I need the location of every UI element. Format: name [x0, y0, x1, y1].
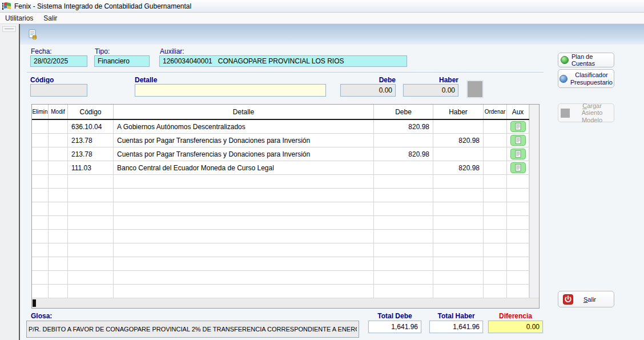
aux-button[interactable] — [510, 121, 526, 132]
haber-cell — [433, 230, 484, 243]
total-haber-label: Total Haber — [429, 312, 483, 320]
menu-item-utilitarios[interactable]: Utilitarios — [0, 13, 38, 23]
header-debe: Debe — [374, 105, 433, 119]
ordenar-cell — [484, 134, 507, 147]
haber-cell: 820.98 — [433, 134, 484, 147]
ordenar-cell — [484, 175, 507, 188]
haber-cell — [433, 257, 484, 270]
table-row — [32, 189, 529, 202]
haber-cell — [433, 175, 484, 188]
codigo-field[interactable] — [30, 84, 87, 97]
ordenar-cell — [484, 285, 507, 298]
debe-cell — [374, 161, 433, 174]
ordenar-cell — [484, 257, 507, 270]
debe-cell — [374, 243, 433, 257]
haber-label: Haber — [403, 76, 458, 84]
modif-cell — [49, 271, 68, 284]
title-bar: Fenix - Sistema Integrado de Contabilida… — [0, 0, 644, 13]
haber-cell — [433, 189, 484, 202]
cargar-asiento-label: Cargar Asiento Modelo — [573, 102, 611, 124]
haber-cell — [433, 216, 484, 229]
detalle-cell: A Gobiernos Autónomos Descentralizados — [114, 120, 374, 133]
detalle-cell — [114, 202, 374, 215]
ordenar-cell — [484, 230, 507, 243]
aux-button[interactable] — [510, 149, 526, 159]
codigo-cell — [68, 285, 114, 298]
detalle-cell — [114, 271, 374, 284]
codigo-cell — [68, 175, 114, 188]
header-ordenar: Ordenar — [484, 105, 507, 119]
debe-cell — [374, 175, 433, 188]
aux-button[interactable] — [510, 162, 526, 173]
document-icon — [515, 150, 521, 158]
fecha-field[interactable] — [30, 55, 87, 67]
table-row[interactable]: 636.10.04 A Gobiernos Autónomos Descentr… — [32, 120, 529, 134]
elimin-cell — [32, 147, 49, 161]
aux-cell — [507, 175, 529, 188]
debe-label: Debe — [340, 76, 396, 84]
table-row — [32, 243, 529, 257]
detalle-label: Detalle — [135, 76, 157, 84]
table-row — [32, 230, 529, 243]
salir-button[interactable]: Salir — [558, 291, 614, 307]
auxiliar-field[interactable] — [159, 55, 407, 67]
table-row[interactable]: 111.03 Banco Central del Ecuador Moneda … — [32, 161, 529, 175]
form-area: Fecha: Tipo: Auxiliar: Código Detalle De… — [20, 45, 644, 340]
window-title: Fenix - Sistema Integrado de Contabilida… — [14, 2, 191, 10]
clasificador-presupuestario-button[interactable]: Clasificador Presupuestario — [558, 69, 614, 88]
table-vertical-scrollbar[interactable] — [529, 105, 539, 298]
aux-button[interactable] — [510, 135, 526, 146]
elimin-cell — [32, 257, 49, 270]
haber-cell: 820.98 — [433, 161, 484, 174]
debe-cell — [374, 257, 433, 270]
plan-de-cuentas-button[interactable]: Plan de Cuentas — [558, 53, 614, 67]
table-row — [32, 175, 529, 189]
glosa-field[interactable] — [26, 321, 359, 338]
left-panel — [0, 24, 20, 340]
codigo-cell: 636.10.04 — [68, 120, 114, 133]
haber-cell — [433, 243, 484, 257]
panel-splitter-grip[interactable] — [2, 26, 16, 32]
horizontal-scrollbar-thumb[interactable] — [33, 299, 36, 307]
header-haber: Haber — [433, 105, 484, 119]
modif-cell — [49, 202, 68, 215]
modif-cell — [49, 285, 68, 298]
table-horizontal-scrollbar[interactable] — [32, 298, 539, 308]
ordenar-cell — [484, 202, 507, 215]
aux-cell — [507, 230, 529, 243]
table-body: 636.10.04 A Gobiernos Autónomos Descentr… — [32, 120, 529, 298]
tipo-label: Tipo: — [95, 47, 110, 55]
haber-field[interactable] — [403, 84, 458, 97]
debe-cell — [374, 189, 433, 202]
elimin-cell — [32, 175, 49, 188]
tipo-field[interactable] — [94, 55, 150, 67]
detalle-field[interactable] — [135, 84, 326, 97]
entries-table: Elimin Modif Código Detalle Debe Haber O… — [31, 104, 540, 309]
table-header-row: Elimin Modif Código Detalle Debe Haber O… — [32, 105, 529, 120]
table-row[interactable]: 213.78 Cuentas por Pagar Transferencias … — [32, 134, 529, 147]
table-row — [32, 202, 529, 216]
codigo-cell — [68, 189, 114, 202]
codigo-label: Código — [30, 76, 54, 84]
debe-cell — [374, 285, 433, 298]
workspace: Fecha: Tipo: Auxiliar: Código Detalle De… — [0, 24, 644, 340]
haber-cell — [433, 120, 484, 133]
windows-logo-icon — [2, 2, 11, 10]
menu-item-salir[interactable]: Salir — [38, 13, 62, 23]
codigo-cell: 111.03 — [68, 161, 114, 174]
codigo-cell — [68, 271, 114, 284]
debe-field[interactable] — [340, 84, 396, 97]
elimin-cell — [32, 243, 49, 257]
cargar-asiento-modelo-button: Cargar Asiento Modelo — [558, 103, 614, 122]
window-toolbar — [20, 24, 644, 45]
report-document-coins-icon[interactable] — [26, 27, 39, 41]
table-row[interactable]: 213.78 Cuentas por Pagar Transferencias … — [32, 147, 529, 161]
aux-cell — [507, 202, 529, 215]
debe-cell — [374, 134, 433, 147]
header-aux: Aux — [507, 105, 529, 119]
debe-cell: 820.98 — [374, 120, 433, 133]
debe-cell — [374, 271, 433, 284]
glosa-label: Glosa: — [31, 312, 52, 320]
add-entry-button[interactable] — [466, 80, 484, 98]
codigo-cell — [68, 243, 114, 257]
